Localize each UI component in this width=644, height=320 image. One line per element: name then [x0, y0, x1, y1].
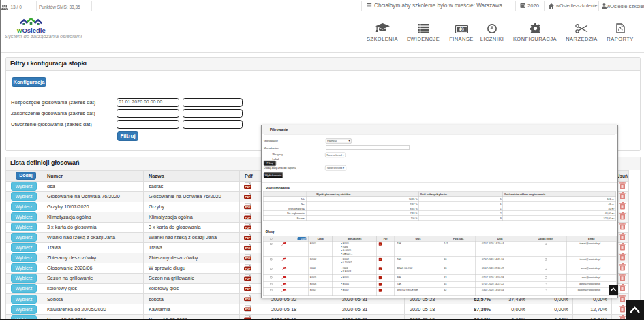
- svg-text:PDF: PDF: [245, 236, 251, 240]
- svg-text:PDF: PDF: [245, 277, 251, 281]
- svg-text:PDF: PDF: [245, 267, 251, 270]
- svg-text:PDF: PDF: [245, 298, 251, 301]
- svg-text:PDF: PDF: [245, 226, 251, 229]
- svg-text:PDF: PDF: [245, 287, 251, 291]
- svg-text:PDF: PDF: [245, 257, 251, 260]
- svg-text:0: 0: [460, 27, 463, 31]
- svg-text:PDF: PDF: [245, 205, 251, 208]
- svg-text:PDF: PDF: [245, 185, 251, 188]
- svg-text:PDF: PDF: [245, 195, 251, 198]
- svg-text:PDF: PDF: [245, 215, 251, 219]
- svg-text:PDF: PDF: [245, 308, 251, 311]
- svg-text:PDF: PDF: [245, 246, 251, 250]
